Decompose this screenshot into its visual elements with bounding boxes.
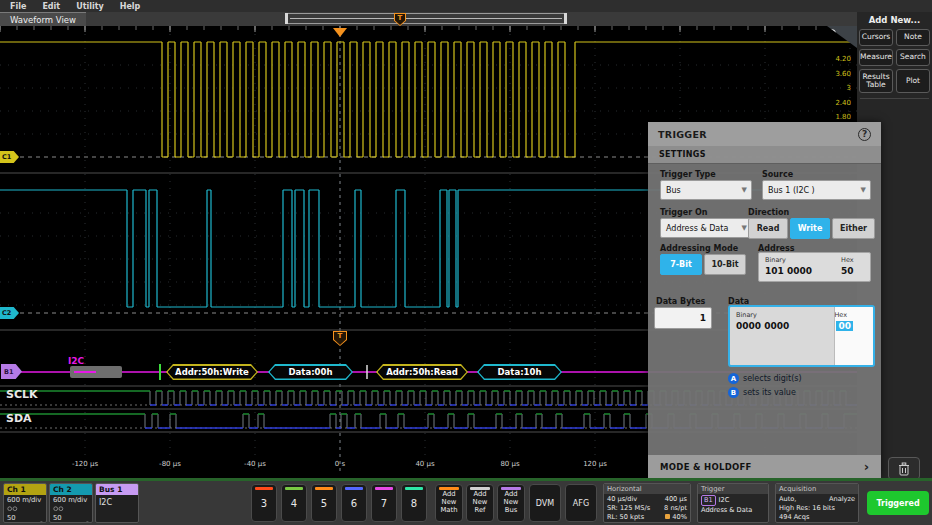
data-hex-value: 00 <box>836 321 853 331</box>
trigger-panel-title: TRIGGER <box>658 129 707 140</box>
ch1-bandwidth: 50 MHz <box>7 514 32 523</box>
scale-label: 3.60 <box>811 70 851 78</box>
scale-label: 2.40 <box>811 99 851 107</box>
data-value-box[interactable]: Binary 0000 0000 Hex 00 <box>728 305 875 367</box>
sclk-label: SCLK <box>6 388 38 401</box>
bus1-type: I2C <box>99 498 135 509</box>
results-table-button[interactable]: Results Table <box>859 69 893 93</box>
ch5-button[interactable]: 5 <box>311 484 337 522</box>
address-value-box[interactable]: Binary 101 0000 Hex 50 <box>758 252 871 282</box>
measure-button[interactable]: Measure <box>859 49 893 66</box>
afg-button[interactable]: AFG <box>565 484 597 522</box>
data-binary-value: 0000 0000 <box>736 321 789 331</box>
time-label: 40 µs <box>415 460 434 468</box>
bandwidth-icon <box>35 521 43 523</box>
settings-tab[interactable]: SETTINGS <box>648 146 881 164</box>
horizontal-overview-bar[interactable]: T <box>285 13 567 24</box>
ch4-button[interactable]: 4 <box>281 484 307 522</box>
data-bytes-label: Data Bytes <box>656 297 705 306</box>
chevron-down-icon: ▼ <box>742 224 747 232</box>
trigger-summary-panel[interactable]: Trigger B1I2C Address & Data <box>697 483 769 523</box>
ch6-button[interactable]: 6 <box>341 484 367 522</box>
scale-label: 4.20 <box>811 55 851 63</box>
decode-bubble-data-10: Data:10h <box>477 364 562 380</box>
ch1-scale: 600 m/div <box>7 496 43 505</box>
direction-label: Direction <box>748 208 789 217</box>
search-button[interactable]: Search <box>896 49 930 66</box>
knob-b-hint: B sets its value <box>728 387 796 398</box>
ch2-bandwidth: 50 MHz <box>53 514 78 523</box>
direction-write-button[interactable]: Write <box>790 218 830 239</box>
time-label: -80 µs <box>159 460 181 468</box>
ch3-button[interactable]: 3 <box>251 484 277 522</box>
trigger-type-dropdown[interactable]: Bus▼ <box>660 180 752 200</box>
dvm-button[interactable]: DVM <box>529 484 561 522</box>
trigger-settings-panel: TRIGGER ? SETTINGS Trigger Type Source B… <box>648 122 881 478</box>
decode-bubble-data-00: Data:00h <box>268 364 353 380</box>
menu-help[interactable]: Help <box>120 2 141 11</box>
scale-label: 3 <box>811 84 851 92</box>
source-dropdown[interactable]: Bus 1 (I2C )▼ <box>762 180 871 200</box>
trigger-panel-header[interactable]: TRIGGER ? <box>648 122 881 146</box>
acquisition-panel[interactable]: Acquisition Auto,Analyze High Res: 16 bi… <box>775 483 859 523</box>
sda-label: SDA <box>6 412 32 425</box>
bottom-settings-bar: Ch 1 600 m/div 50 MHz Ch 2 600 m/div <box>0 481 932 525</box>
add-new-ref-button[interactable]: Add New Ref <box>466 484 494 522</box>
decode-bubble-addr-read: Addr:50h:Read <box>376 364 468 380</box>
tab-waveform-view[interactable]: Waveform View <box>0 12 86 26</box>
direction-either-button[interactable]: Either <box>832 218 875 239</box>
ch1-badge[interactable]: Ch 1 600 m/div 50 MHz <box>3 483 47 523</box>
chevron-right-icon: › <box>864 462 869 472</box>
ch2-badge[interactable]: Ch 2 600 m/div 50 MHz <box>49 483 93 523</box>
plot-button[interactable]: Plot <box>896 69 930 93</box>
cursors-button[interactable]: Cursors <box>859 29 893 46</box>
oscilloscope-app: File Edit Utility Help Waveform View T 4… <box>0 0 932 525</box>
menu-utility[interactable]: Utility <box>76 2 104 11</box>
triggered-status-badge: Triggered <box>867 491 929 515</box>
menu-edit[interactable]: Edit <box>42 2 60 11</box>
compress-icon <box>665 514 670 519</box>
tab-bar: Waveform View T <box>0 12 857 26</box>
probe-icon <box>53 506 64 511</box>
probe-icon <box>7 506 18 511</box>
direction-read-button[interactable]: Read <box>748 218 788 239</box>
decode-bubble-addr-write: Addr:50h:Write <box>166 364 258 380</box>
bus1-badge[interactable]: Bus 1 I2C <box>95 483 139 523</box>
help-icon[interactable]: ? <box>858 128 871 141</box>
scale-label: 1.80 <box>811 113 851 121</box>
note-button[interactable]: Note <box>896 29 930 46</box>
horizontal-panel[interactable]: Horizontal 40 µs/div400 µs SR: 125 MS/s8… <box>603 483 691 523</box>
add-new-math-button[interactable]: Add New Math <box>435 484 463 522</box>
knob-b-icon: B <box>728 387 739 398</box>
ch8-button[interactable]: 8 <box>401 484 427 522</box>
sidebar-title: Add New... <box>857 15 932 25</box>
address-hex-value: 50 <box>841 266 854 276</box>
add-new-bus-button[interactable]: Add New Bus <box>497 484 525 522</box>
source-label: Source <box>762 170 793 179</box>
menu-file[interactable]: File <box>10 2 26 11</box>
mode-holdoff-expander[interactable]: MODE & HOLDOFF › <box>648 455 881 478</box>
trigger-on-label: Trigger On <box>660 208 707 217</box>
time-label: 0 s <box>335 460 345 468</box>
trigger-on-dropdown[interactable]: Address & Data▼ <box>660 218 752 238</box>
addressing-mode-label: Addressing Mode <box>660 244 738 253</box>
overview-record-line <box>290 18 562 19</box>
time-label: 120 µs <box>583 460 607 468</box>
menu-bar: File Edit Utility Help <box>0 0 932 12</box>
ch7-button[interactable]: 7 <box>371 484 397 522</box>
address-binary-value: 101 0000 <box>765 266 812 276</box>
trigger-type-label: Trigger Type <box>660 170 716 179</box>
bus-name-label: I2C <box>68 356 84 366</box>
trigger-position-icon[interactable]: T <box>394 13 406 26</box>
chevron-down-icon: ▼ <box>861 186 866 194</box>
time-label: -120 µs <box>72 460 98 468</box>
addressing-10bit-button[interactable]: 10-Bit <box>704 254 746 275</box>
delete-button[interactable] <box>888 457 920 480</box>
addressing-7bit-button[interactable]: 7-Bit <box>660 254 702 275</box>
knob-a-hint: A selects digit(s) <box>728 373 802 384</box>
bus-handle[interactable] <box>70 366 122 378</box>
trash-icon <box>898 462 910 476</box>
bandwidth-icon <box>81 521 89 523</box>
data-bytes-input[interactable]: 1 <box>654 307 712 329</box>
knob-a-icon: A <box>728 373 739 384</box>
